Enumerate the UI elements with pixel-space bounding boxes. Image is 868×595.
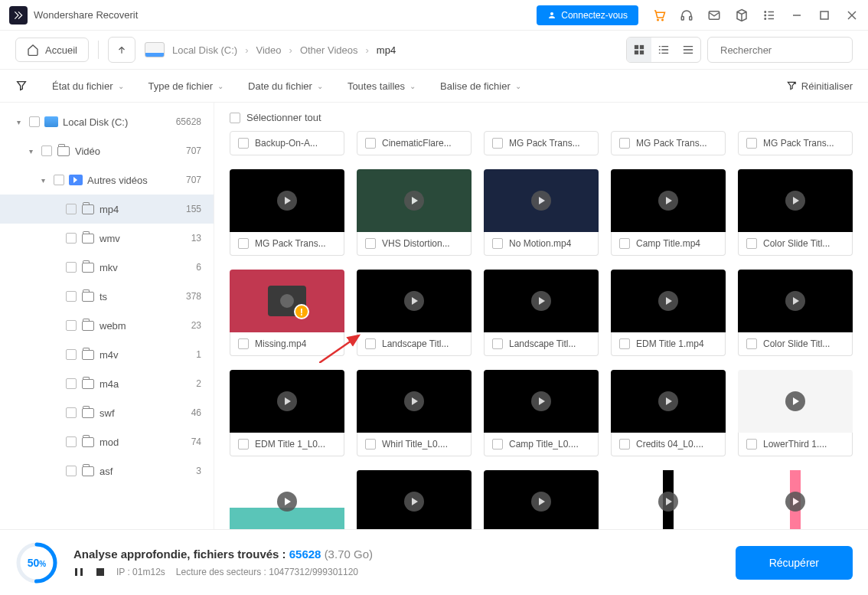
video-item[interactable] (230, 470, 344, 529)
video-item[interactable] (484, 470, 599, 529)
checkbox[interactable] (66, 436, 77, 447)
video-item-missing[interactable]: ! Missing.mp4 (230, 270, 344, 356)
video-thumbnail[interactable] (357, 370, 472, 433)
checkbox[interactable] (492, 138, 503, 149)
recover-button[interactable]: Récupérer (736, 546, 853, 580)
checkbox[interactable] (29, 116, 40, 127)
tree-mkv[interactable]: mkv6 (0, 253, 214, 282)
checkbox[interactable] (230, 113, 240, 123)
connect-button[interactable]: Connectez-vous (537, 5, 638, 25)
tree-mod[interactable]: mod74 (0, 427, 214, 456)
checkbox[interactable] (365, 439, 376, 450)
checkbox[interactable] (619, 138, 630, 149)
video-thumbnail[interactable] (611, 270, 726, 332)
breadcrumb-disk[interactable]: Local Disk (C:) (172, 44, 237, 56)
checkbox[interactable] (66, 320, 77, 331)
tree-swf[interactable]: swf46 (0, 398, 214, 427)
home-button[interactable]: Accueil (15, 38, 89, 62)
checkbox[interactable] (619, 439, 630, 450)
collapse-icon[interactable]: ▾ (12, 118, 24, 126)
video-item[interactable]: VHS Distortion... (357, 169, 472, 256)
video-thumbnail[interactable] (611, 370, 726, 433)
file-item[interactable]: CinematicFlare... (357, 131, 472, 155)
video-thumbnail[interactable] (738, 169, 853, 232)
list-icon[interactable] (762, 8, 776, 22)
video-thumbnail[interactable] (484, 169, 599, 232)
checkbox[interactable] (746, 238, 757, 249)
filter-size[interactable]: Toutes tailles⌄ (348, 80, 416, 92)
video-thumbnail[interactable] (611, 470, 726, 529)
checkbox[interactable] (746, 439, 757, 450)
checkbox[interactable] (365, 238, 376, 249)
video-thumbnail[interactable] (484, 470, 599, 529)
tree-m4v[interactable]: m4v1 (0, 340, 214, 369)
tree-webm[interactable]: webm23 (0, 311, 214, 340)
breadcrumb-other[interactable]: Other Videos (300, 44, 358, 56)
checkbox[interactable] (746, 338, 757, 349)
video-item[interactable]: Color Slide Titl... (738, 270, 853, 356)
search-box[interactable] (707, 37, 853, 63)
tree-ts[interactable]: ts378 (0, 282, 214, 311)
video-thumbnail[interactable] (230, 370, 344, 433)
checkbox[interactable] (66, 262, 77, 273)
checkbox[interactable] (365, 338, 376, 349)
filter-state[interactable]: État du fichier⌄ (52, 80, 124, 92)
checkbox[interactable] (492, 439, 503, 450)
checkbox[interactable] (66, 204, 77, 214)
video-item[interactable] (357, 470, 472, 529)
video-item[interactable]: No Motion.mp4 (484, 169, 599, 256)
video-item[interactable]: Whirl Title_L0.... (357, 370, 472, 456)
checkbox[interactable] (66, 378, 77, 389)
video-thumbnail[interactable]: ! (230, 270, 344, 332)
video-item[interactable]: Landscape Titl... (484, 270, 599, 356)
video-thumbnail[interactable] (611, 169, 726, 232)
list-view-button[interactable] (651, 38, 676, 62)
file-item[interactable]: MG Pack Trans... (611, 131, 726, 155)
video-item[interactable] (611, 470, 726, 529)
video-thumbnail[interactable] (738, 470, 853, 529)
video-item[interactable]: EDM Title 1_L0... (230, 370, 344, 456)
checkbox[interactable] (365, 138, 376, 149)
checkbox[interactable] (619, 238, 630, 249)
checkbox[interactable] (238, 439, 249, 450)
video-item[interactable]: Landscape Titl... (357, 270, 472, 356)
filter-tag[interactable]: Balise de fichier⌄ (440, 80, 521, 92)
filter-date[interactable]: Date du fichier⌄ (248, 80, 323, 92)
checkbox[interactable] (66, 349, 77, 360)
tree-disk[interactable]: ▾ Local Disk (C:) 65628 (0, 107, 214, 136)
select-all[interactable]: Sélectionner tout (230, 112, 853, 123)
grid-view-button[interactable] (627, 38, 651, 62)
tree-video[interactable]: ▾ Vidéo 707 (0, 136, 214, 165)
checkbox[interactable] (41, 145, 52, 156)
detail-view-button[interactable] (676, 38, 700, 62)
checkbox[interactable] (492, 238, 503, 249)
video-thumbnail[interactable] (230, 470, 344, 529)
collapse-icon[interactable]: ▾ (24, 147, 37, 155)
filter-icon[interactable] (15, 80, 28, 92)
file-item[interactable]: MG Pack Trans... (738, 131, 853, 155)
video-item[interactable]: Credits 04_L0.... (611, 370, 726, 456)
video-item[interactable] (738, 470, 853, 529)
file-item[interactable]: Backup-On-A... (230, 131, 344, 155)
tree-mp4[interactable]: mp4155 (0, 195, 214, 224)
checkbox[interactable] (746, 138, 757, 149)
video-thumbnail[interactable] (230, 169, 344, 232)
video-thumbnail[interactable] (357, 470, 472, 529)
video-thumbnail[interactable] (738, 270, 853, 332)
tree-wmv[interactable]: wmv13 (0, 224, 214, 253)
video-item[interactable]: Camp Title.mp4 (611, 169, 726, 256)
video-thumbnail[interactable] (357, 270, 472, 332)
filter-type[interactable]: Type de fichier⌄ (148, 80, 224, 92)
video-thumbnail[interactable] (484, 270, 599, 332)
checkbox[interactable] (66, 407, 77, 418)
checkbox[interactable] (492, 338, 503, 349)
video-item[interactable]: LowerThird 1.... (738, 370, 853, 456)
video-item[interactable]: Camp Title_L0.... (484, 370, 599, 456)
reset-filters-button[interactable]: Réinitialiser (786, 80, 853, 92)
checkbox[interactable] (238, 138, 249, 149)
checkbox[interactable] (238, 238, 249, 249)
checkbox[interactable] (619, 338, 630, 349)
up-button[interactable] (108, 37, 135, 63)
checkbox[interactable] (238, 338, 249, 349)
video-item[interactable]: EDM Title 1.mp4 (611, 270, 726, 356)
